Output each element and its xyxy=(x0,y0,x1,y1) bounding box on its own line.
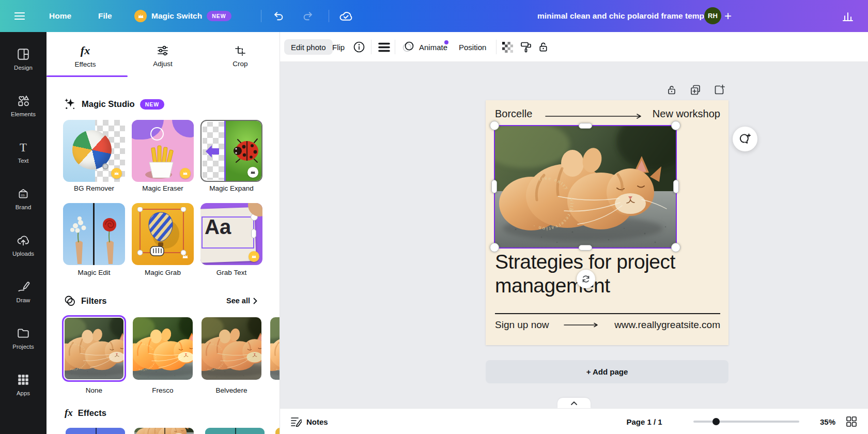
redo-button[interactable] xyxy=(302,0,314,32)
resize-handle-top-left[interactable] xyxy=(490,121,499,130)
file-menu-item[interactable]: File xyxy=(98,0,112,32)
website-text[interactable]: www.reallygreatsite.com xyxy=(614,319,720,331)
filter-none[interactable] xyxy=(62,315,126,382)
notes-button[interactable]: Notes xyxy=(290,409,328,434)
comment-plus-icon xyxy=(739,133,751,145)
flip-button[interactable]: Flip xyxy=(332,39,345,55)
resize-handle-bottom-right[interactable] xyxy=(671,243,680,252)
add-comment-button[interactable] xyxy=(733,127,757,151)
effect-thumb-partial[interactable] xyxy=(66,428,125,434)
home-menu-item[interactable]: Home xyxy=(49,0,71,32)
tool-magic-expand[interactable] xyxy=(200,120,262,182)
top-bar: Home File Magic Switch NEW minimal clean… xyxy=(0,0,868,32)
divider-line[interactable] xyxy=(495,313,720,314)
resize-handle-right[interactable] xyxy=(673,180,679,193)
text-icon: T xyxy=(17,141,30,154)
premium-crown-icon xyxy=(111,168,122,179)
main-menu-icon[interactable] xyxy=(14,0,25,32)
expand-arrow-icon xyxy=(205,145,220,158)
info-button[interactable] xyxy=(353,39,365,55)
undo-button[interactable] xyxy=(273,0,285,32)
tool-magic-edit[interactable] xyxy=(63,203,125,265)
signup-row[interactable]: Sign up now www.reallygreatsite.com xyxy=(495,319,720,331)
document-title[interactable]: minimal clean and chic polaroid frame te… xyxy=(537,0,718,32)
filter-fresco[interactable] xyxy=(133,317,193,380)
resize-handle-top-right[interactable] xyxy=(671,121,680,130)
tab-adjust[interactable]: Adjust xyxy=(124,36,202,75)
fries-art xyxy=(143,145,182,181)
design-icon xyxy=(17,48,30,61)
tab-effects[interactable]: fx Effects xyxy=(47,36,124,75)
filter-belvedere[interactable] xyxy=(202,317,261,380)
sidebar-item-design[interactable]: Design xyxy=(0,44,47,91)
avatar[interactable]: RH xyxy=(704,7,721,24)
effect-thumb-partial[interactable] xyxy=(205,428,265,434)
tool-magic-grab[interactable] xyxy=(132,203,194,265)
duplicate-page-icon[interactable] xyxy=(689,84,702,96)
premium-crown-icon xyxy=(249,251,259,262)
add-page-button[interactable]: + Add page xyxy=(486,360,729,383)
active-tab-indicator xyxy=(47,75,128,77)
copy-style-button[interactable] xyxy=(520,39,532,55)
tool-bg-remover[interactable] xyxy=(63,120,125,182)
divider xyxy=(496,40,497,54)
paint-roller-icon xyxy=(520,41,532,53)
sidebar-item-brand[interactable]: co. Brand xyxy=(0,184,47,230)
position-button[interactable]: Position xyxy=(459,39,486,55)
filter-partial[interactable] xyxy=(270,317,280,380)
unlock-icon xyxy=(537,41,549,53)
resize-handle-left[interactable] xyxy=(491,180,497,193)
photo-element[interactable] xyxy=(495,126,676,247)
filters-header: Filters xyxy=(64,295,107,307)
resize-handle-top[interactable] xyxy=(579,123,592,129)
sidebar-item-draw[interactable]: Draw xyxy=(0,277,47,323)
divider xyxy=(261,10,261,22)
magic-studio-new-badge: NEW xyxy=(140,99,165,110)
bottom-bar: Notes Page 1 / 1 35% xyxy=(280,408,868,434)
magic-switch-menu-item[interactable]: Magic Switch NEW xyxy=(134,0,231,32)
transparency-button[interactable] xyxy=(502,39,513,55)
effect-thumb-partial[interactable] xyxy=(134,428,194,434)
add-page-icon[interactable] xyxy=(713,84,725,96)
grid-view-button[interactable] xyxy=(846,416,857,427)
animate-button[interactable]: Animate xyxy=(402,39,447,55)
zoom-slider[interactable] xyxy=(693,421,799,423)
design-canvas[interactable]: Borcelle New workshop Strategies for pro… xyxy=(280,62,868,408)
uploads-icon xyxy=(17,234,30,247)
tab-crop[interactable]: Crop xyxy=(202,36,279,75)
lock-button[interactable] xyxy=(537,39,549,55)
tool-magic-eraser[interactable] xyxy=(132,120,194,182)
sidebar-item-projects[interactable]: Projects xyxy=(0,323,47,370)
rotate-handle[interactable] xyxy=(577,270,595,288)
ladybug-art xyxy=(231,135,261,165)
collapse-bottom-bar-tab[interactable] xyxy=(557,398,591,408)
edit-photo-button[interactable]: Edit photo xyxy=(284,39,333,55)
tool-grab-text[interactable]: Aa xyxy=(200,203,262,265)
insights-chart-icon[interactable] xyxy=(842,0,854,32)
page-lock-icon[interactable] xyxy=(665,84,678,96)
sidebar-item-apps[interactable]: Apps xyxy=(0,370,47,416)
effect-thumb-partial[interactable] xyxy=(275,428,280,434)
sidebar-item-uploads[interactable]: Uploads xyxy=(0,230,47,277)
header-arrow[interactable] xyxy=(544,112,647,121)
workshop-text[interactable]: New workshop xyxy=(653,108,720,120)
sidebar-item-elements[interactable]: Elements xyxy=(0,91,47,137)
filters-see-all-link[interactable]: See all xyxy=(226,297,257,305)
zoom-slider-handle[interactable] xyxy=(712,418,720,425)
spacing-button[interactable] xyxy=(378,39,390,55)
resize-handle-bottom[interactable] xyxy=(579,245,592,251)
elements-icon xyxy=(17,94,30,107)
design-page[interactable]: Borcelle New workshop Strategies for pro… xyxy=(486,100,729,345)
new-badge: NEW xyxy=(207,11,231,21)
resize-handle-bottom-left[interactable] xyxy=(490,243,499,252)
chevron-right-icon xyxy=(253,298,257,304)
signup-text[interactable]: Sign up now xyxy=(495,319,549,331)
fx-icon: fx xyxy=(81,44,90,57)
adjust-icon xyxy=(157,44,169,57)
draw-icon xyxy=(17,280,30,293)
brand-text[interactable]: Borcelle xyxy=(495,108,532,120)
cloud-save-status-icon[interactable] xyxy=(339,0,353,32)
add-member-button[interactable]: + xyxy=(724,0,732,32)
sidebar-item-text[interactable]: T Text xyxy=(0,137,47,184)
heading-text[interactable]: Strategies for project management xyxy=(495,250,718,297)
